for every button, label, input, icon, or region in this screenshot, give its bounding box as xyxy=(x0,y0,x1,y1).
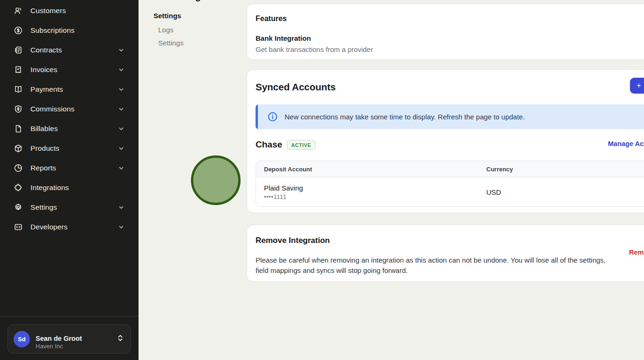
chevron-down-icon xyxy=(118,86,124,93)
sidebar-item-label: Commissions xyxy=(30,105,110,113)
features-card-title: Features xyxy=(256,15,644,23)
sidebar-item-label: Developers xyxy=(30,223,110,231)
code-icon xyxy=(14,223,22,231)
subnav-item-settings[interactable]: Settings xyxy=(158,39,183,47)
chevron-down-icon xyxy=(118,125,124,132)
banner-accent-bar xyxy=(256,104,258,129)
synced-accounts-title: Synced Accounts xyxy=(256,78,644,93)
chevron-updown-icon xyxy=(117,334,124,344)
sidebar-item-label: Integrations xyxy=(30,184,124,192)
sidebar-footer: Sd Sean de Groot Haven Inc xyxy=(0,316,139,360)
sidebar-item-label: Subscriptions xyxy=(30,26,124,35)
info-icon xyxy=(268,112,278,122)
page-title: Bank Integration xyxy=(153,0,227,2)
gear-icon xyxy=(14,203,22,212)
shield-dollar-icon xyxy=(14,105,22,113)
table-header: Deposit Account Currency xyxy=(256,161,644,177)
subnav-section-title: Settings xyxy=(154,12,181,20)
pie-chart-icon xyxy=(14,164,22,172)
features-card: Features Bank Integration Get bank trans… xyxy=(247,4,644,60)
sidebar-item-reports[interactable]: Reports xyxy=(0,158,139,178)
column-header-currency: Currency xyxy=(486,166,644,173)
sidebar-item-developers[interactable]: Developers xyxy=(0,217,139,237)
sidebar: Customers Subscriptions Contracts Invoic… xyxy=(0,0,139,360)
file-icon xyxy=(14,125,22,133)
sidebar-item-subscriptions[interactable]: Subscriptions xyxy=(0,21,139,40)
chevron-down-icon xyxy=(118,106,124,112)
feature-name: Bank Integration xyxy=(256,34,644,42)
main-content: Features Bank Integration Get bank trans… xyxy=(247,4,644,282)
book-icon xyxy=(14,85,22,94)
puzzle-icon xyxy=(14,184,22,192)
subnav-item-logs[interactable]: Logs xyxy=(158,26,183,34)
remove-integration-link[interactable]: Remove xyxy=(629,249,644,256)
info-banner-text: New connections may take some time to di… xyxy=(285,113,525,121)
sidebar-item-products[interactable]: Products xyxy=(0,139,139,158)
users-icon xyxy=(14,7,22,15)
provider-name: Chase xyxy=(256,140,282,150)
sidebar-item-label: Reports xyxy=(30,164,110,172)
sidebar-item-integrations[interactable]: Integrations xyxy=(0,178,139,198)
column-header-deposit-account: Deposit Account xyxy=(256,166,486,173)
sidebar-item-commissions[interactable]: Commissions xyxy=(0,99,139,119)
account-currency: USD xyxy=(486,188,644,196)
chevron-down-icon xyxy=(118,47,124,53)
remove-integration-card: Remove Integration Please be careful whe… xyxy=(247,225,644,282)
feature-description: Get bank transactions from a provider xyxy=(256,45,644,53)
add-account-button[interactable]: + Add Account xyxy=(630,78,644,94)
plus-icon: + xyxy=(637,81,641,90)
chevron-down-icon xyxy=(118,165,124,171)
avatar: Sd xyxy=(14,331,30,347)
manage-accounts-link[interactable]: Manage Accounts xyxy=(608,140,644,147)
user-meta: Sean de Groot Haven Inc xyxy=(36,328,111,350)
chevron-down-icon xyxy=(118,66,124,73)
accounts-table: Deposit Account Currency Plaid Saving ••… xyxy=(256,161,644,207)
sidebar-item-label: Settings xyxy=(30,203,110,212)
dollar-circle-icon xyxy=(14,26,22,35)
invoice-icon xyxy=(14,66,22,74)
sidebar-item-billables[interactable]: Billables xyxy=(0,119,139,139)
chevron-down-icon xyxy=(118,224,124,230)
click-indicator xyxy=(191,155,241,205)
cube-icon xyxy=(14,144,22,153)
account-name: Plaid Saving xyxy=(264,184,486,192)
user-menu[interactable]: Sd Sean de Groot Haven Inc xyxy=(7,324,131,353)
table-row[interactable]: Plaid Saving ••••1111 USD xyxy=(256,177,644,206)
sidebar-item-contracts[interactable]: Contracts xyxy=(0,40,139,60)
status-badge: ACTIVE xyxy=(287,140,315,150)
sidebar-item-settings[interactable]: Settings xyxy=(0,198,139,217)
sidebar-nav: Customers Subscriptions Contracts Invoic… xyxy=(0,0,139,237)
info-banner: New connections may take some time to di… xyxy=(256,104,644,129)
sidebar-item-label: Contracts xyxy=(30,46,110,54)
remove-integration-title: Remove Integration xyxy=(256,234,644,245)
contract-icon xyxy=(14,46,22,54)
sidebar-item-label: Invoices xyxy=(30,66,110,74)
remove-warning-text: Please be careful when removing an integ… xyxy=(256,255,607,276)
chevron-down-icon xyxy=(118,204,124,211)
user-name: Sean de Groot xyxy=(36,334,111,343)
account-mask: ••••1111 xyxy=(264,193,486,200)
sidebar-item-label: Payments xyxy=(30,85,110,94)
chevron-down-icon xyxy=(118,145,124,152)
sidebar-item-customers[interactable]: Customers xyxy=(0,1,139,21)
provider-row: Chase ACTIVE Manage Accounts xyxy=(256,139,644,151)
sidebar-item-payments[interactable]: Payments xyxy=(0,80,139,99)
sidebar-item-label: Products xyxy=(30,144,110,153)
synced-accounts-card: Synced Accounts + Add Account New connec… xyxy=(247,69,644,213)
user-company: Haven Inc xyxy=(36,343,111,350)
sidebar-item-label: Billables xyxy=(30,125,110,133)
sidebar-item-invoices[interactable]: Invoices xyxy=(0,60,139,80)
sidebar-item-label: Customers xyxy=(30,7,124,15)
